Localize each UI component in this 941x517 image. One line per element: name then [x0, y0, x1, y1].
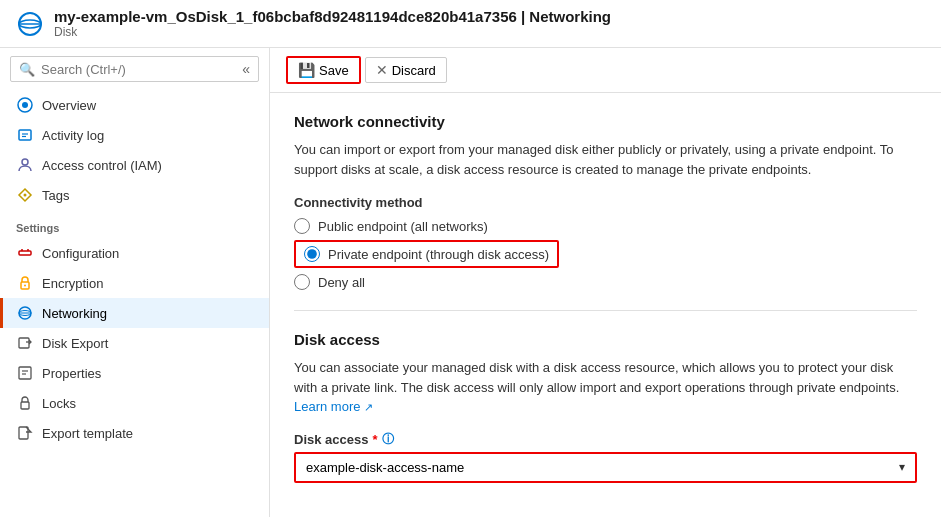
external-link-icon: ↗	[364, 401, 373, 413]
radio-private-label: Private endpoint (through disk access)	[328, 247, 549, 262]
search-container[interactable]: 🔍 «	[10, 56, 259, 82]
radio-private-endpoint[interactable]: Private endpoint (through disk access)	[294, 240, 559, 268]
content-area: Network connectivity You can import or e…	[270, 93, 941, 503]
disk-access-select[interactable]: example-disk-access-name	[296, 454, 915, 481]
sidebar-item-overview[interactable]: Overview	[0, 90, 269, 120]
export-icon	[16, 334, 34, 352]
activity-icon	[16, 126, 34, 144]
toolbar: 💾 Save ✕ Discard	[270, 48, 941, 93]
sidebar-item-locks[interactable]: Locks	[0, 388, 269, 418]
config-icon	[16, 244, 34, 262]
radio-public-label: Public endpoint (all networks)	[318, 219, 488, 234]
network-connectivity-title: Network connectivity	[294, 113, 917, 130]
svg-rect-24	[21, 402, 29, 409]
overview-icon	[16, 96, 34, 114]
svg-point-4	[22, 102, 28, 108]
sidebar-item-networking[interactable]: Networking	[0, 298, 269, 328]
search-icon: 🔍	[19, 62, 35, 77]
sidebar-item-configuration[interactable]: Configuration	[0, 238, 269, 268]
sidebar-item-locks-label: Locks	[42, 396, 76, 411]
save-label: Save	[319, 63, 349, 78]
sidebar-item-disk-export[interactable]: Disk Export	[0, 328, 269, 358]
sidebar-item-encryption[interactable]: Encryption	[0, 268, 269, 298]
page-header: my-example-vm_OsDisk_1_f06bcbaf8d9248119…	[0, 0, 941, 48]
sidebar-item-properties[interactable]: Properties	[0, 358, 269, 388]
resource-icon	[16, 10, 44, 38]
resource-type: Disk	[54, 25, 611, 39]
discard-label: Discard	[392, 63, 436, 78]
encryption-icon	[16, 274, 34, 292]
sidebar-item-iam-label: Access control (IAM)	[42, 158, 162, 173]
exporttemplate-icon	[16, 424, 34, 442]
svg-rect-11	[19, 251, 31, 255]
sidebar: 🔍 « Overview Activity log Access control…	[0, 48, 270, 517]
disk-access-field-label: Disk access * ⓘ	[294, 431, 917, 448]
network-connectivity-section: Network connectivity You can import or e…	[294, 113, 917, 290]
iam-icon	[16, 156, 34, 174]
save-icon: 💾	[298, 62, 315, 78]
sidebar-item-tags-label: Tags	[42, 188, 69, 203]
sidebar-item-activity-label: Activity log	[42, 128, 104, 143]
sidebar-item-properties-label: Properties	[42, 366, 101, 381]
locks-icon	[16, 394, 34, 412]
disk-access-title: Disk access	[294, 331, 917, 348]
collapse-icon[interactable]: «	[242, 61, 250, 77]
sidebar-item-config-label: Configuration	[42, 246, 119, 261]
resource-name: my-example-vm_OsDisk_1_f06bcbaf8d9248119…	[54, 8, 611, 25]
svg-point-15	[24, 285, 26, 287]
radio-public-input[interactable]	[294, 218, 310, 234]
search-input[interactable]	[41, 62, 236, 77]
sidebar-item-networking-label: Networking	[42, 306, 107, 321]
required-indicator: *	[372, 432, 377, 447]
sidebar-item-activity-log[interactable]: Activity log	[0, 120, 269, 150]
networking-icon	[16, 304, 34, 322]
network-connectivity-desc: You can import or export from your manag…	[294, 140, 917, 179]
sidebar-item-disk-export-label: Disk Export	[42, 336, 108, 351]
discard-icon: ✕	[376, 62, 388, 78]
properties-icon	[16, 364, 34, 382]
svg-point-8	[22, 159, 28, 165]
disk-access-section: Disk access You can associate your manag…	[294, 331, 917, 483]
radio-deny-all[interactable]: Deny all	[294, 274, 917, 290]
sidebar-item-access-control[interactable]: Access control (IAM)	[0, 150, 269, 180]
header-title: my-example-vm_OsDisk_1_f06bcbaf8d9248119…	[54, 8, 611, 39]
sidebar-item-tags[interactable]: Tags	[0, 180, 269, 210]
discard-button[interactable]: ✕ Discard	[365, 57, 447, 83]
sidebar-item-export-template-label: Export template	[42, 426, 133, 441]
info-icon[interactable]: ⓘ	[382, 431, 394, 448]
sidebar-item-overview-label: Overview	[42, 98, 96, 113]
main-content: 💾 Save ✕ Discard Network connectivity Yo…	[270, 48, 941, 517]
app-layout: 🔍 « Overview Activity log Access control…	[0, 48, 941, 517]
radio-public-endpoint[interactable]: Public endpoint (all networks)	[294, 218, 917, 234]
svg-rect-21	[19, 367, 31, 379]
sidebar-item-export-template[interactable]: Export template	[0, 418, 269, 448]
svg-rect-5	[19, 130, 31, 140]
svg-point-10	[24, 194, 27, 197]
learn-more-link[interactable]: Learn more ↗	[294, 399, 373, 414]
settings-section-header: Settings	[0, 210, 269, 238]
connectivity-method-label: Connectivity method	[294, 195, 917, 210]
svg-rect-19	[19, 338, 29, 348]
save-button[interactable]: 💾 Save	[286, 56, 361, 84]
disk-access-select-wrapper: example-disk-access-name ▾	[294, 452, 917, 483]
radio-deny-label: Deny all	[318, 275, 365, 290]
connectivity-radio-group: Public endpoint (all networks) Private e…	[294, 218, 917, 290]
svg-rect-25	[19, 427, 28, 439]
tags-icon	[16, 186, 34, 204]
radio-deny-input[interactable]	[294, 274, 310, 290]
disk-access-desc: You can associate your managed disk with…	[294, 358, 917, 417]
section-divider	[294, 310, 917, 311]
sidebar-item-encryption-label: Encryption	[42, 276, 103, 291]
radio-private-input[interactable]	[304, 246, 320, 262]
